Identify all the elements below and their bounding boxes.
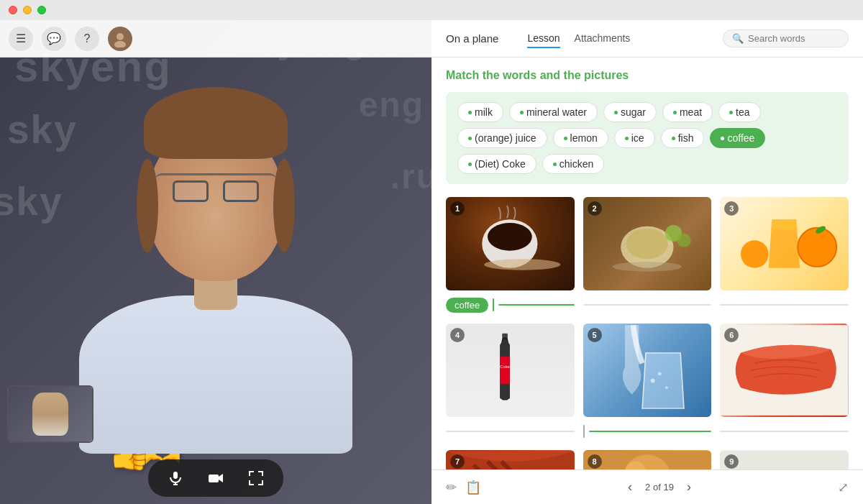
- word-tag-tea[interactable]: tea: [718, 102, 760, 122]
- answer-area-4: [446, 421, 575, 441]
- controls-bar: [148, 459, 283, 497]
- svg-point-22: [665, 386, 668, 389]
- lesson-content: Match the words and the pictures milk mi…: [432, 58, 863, 469]
- answer-area-2: [583, 295, 712, 315]
- maximize-button[interactable]: [37, 6, 46, 14]
- search-input[interactable]: [748, 33, 841, 44]
- image-number-4: 4: [450, 328, 465, 342]
- image-8: 8: [583, 450, 712, 469]
- image-number-8: 8: [588, 454, 602, 469]
- word-label: meat: [680, 106, 702, 118]
- word-label: mineral water: [526, 106, 587, 118]
- water-illustration: [583, 324, 712, 417]
- word-tag-fish[interactable]: fish: [661, 128, 705, 148]
- image-cell-5[interactable]: 5: [583, 324, 712, 441]
- word-dot: [625, 137, 629, 140]
- lesson-title: On a plane: [446, 32, 498, 45]
- right-panel: On a plane Lesson Attachments 🔍 Match th…: [432, 20, 863, 504]
- juice-illustration: [720, 197, 849, 290]
- word-dot: [614, 111, 618, 114]
- word-label: ice: [631, 132, 644, 144]
- image-number-7: 7: [450, 454, 465, 469]
- word-tag-coffee[interactable]: coffee: [710, 128, 765, 148]
- answer-line-empty-2: [583, 304, 712, 306]
- help-button[interactable]: ?: [75, 27, 99, 51]
- image-number-5: 5: [588, 328, 602, 342]
- self-view: [7, 385, 93, 443]
- image-cell-2[interactable]: 2: [583, 197, 712, 315]
- word-dot: [553, 162, 557, 166]
- chat-button[interactable]: 💬: [42, 27, 66, 51]
- note-button[interactable]: 📋: [465, 480, 481, 495]
- coffee-illustration: [446, 197, 575, 290]
- pencil-button[interactable]: ✏: [446, 480, 457, 495]
- svg-rect-33: [720, 451, 849, 469]
- minimize-button[interactable]: [23, 6, 32, 14]
- word-tag-milk[interactable]: milk: [457, 102, 503, 122]
- pagination: ‹ 2 of 19 ›: [622, 477, 697, 498]
- answer-line-1: [498, 304, 574, 306]
- svg-point-0: [117, 33, 124, 40]
- image-4: 4 Coke: [446, 324, 575, 417]
- prev-page-button[interactable]: ‹: [622, 477, 638, 498]
- svg-rect-5: [209, 475, 219, 482]
- answer-line-empty-6: [720, 431, 849, 432]
- image-cell-1[interactable]: 1 coffee: [446, 197, 575, 315]
- image-5: 5: [583, 324, 712, 417]
- image-cell-9[interactable]: 9: [720, 450, 849, 469]
- image-cell-4[interactable]: 4 Coke: [446, 324, 575, 441]
- right-panel-header: On a plane Lesson Attachments 🔍: [432, 20, 863, 58]
- close-button[interactable]: [9, 6, 17, 14]
- tab-attachments[interactable]: Attachments: [575, 29, 631, 48]
- svg-point-10: [626, 229, 668, 259]
- image-grid: 1 coffee: [446, 197, 849, 469]
- image-9: 9: [720, 450, 849, 469]
- tab-lesson[interactable]: Lesson: [527, 29, 560, 48]
- menu-button[interactable]: ☰: [9, 27, 33, 51]
- svg-rect-18: [500, 357, 510, 385]
- word-label: lemon: [570, 132, 598, 144]
- answer-line-empty-5: [589, 431, 712, 432]
- svg-point-8: [484, 259, 560, 270]
- svg-rect-20: [502, 334, 508, 338]
- answer-area-3: [720, 295, 849, 315]
- word-dot: [729, 111, 733, 114]
- word-tag-orange-juice[interactable]: (orange) juice: [457, 128, 547, 148]
- word-tag-lemon[interactable]: lemon: [553, 128, 608, 148]
- image-cell-6[interactable]: 6: [720, 324, 849, 441]
- word-tag-sugar[interactable]: sugar: [603, 102, 657, 122]
- svg-point-1: [114, 41, 126, 47]
- microphone-button[interactable]: [163, 465, 188, 491]
- word-tag-meat[interactable]: meat: [662, 102, 713, 122]
- image-cell-3[interactable]: 3: [720, 197, 849, 315]
- svg-rect-2: [173, 472, 178, 479]
- svg-point-12: [677, 234, 690, 247]
- camera-button[interactable]: [203, 465, 229, 491]
- answer-tag-1: coffee: [446, 298, 488, 313]
- coke-illustration: Coke: [446, 324, 575, 417]
- avatar[interactable]: [108, 27, 132, 51]
- cursor-1: [493, 298, 494, 311]
- expand-button[interactable]: [243, 465, 269, 491]
- image-number-1: 1: [450, 201, 465, 216]
- word-tag-chicken[interactable]: chicken: [542, 154, 604, 174]
- image-cell-8[interactable]: 8: [583, 450, 712, 469]
- food9-illustration: [720, 450, 849, 469]
- svg-point-7: [488, 223, 532, 251]
- word-tag-ice[interactable]: ice: [614, 128, 655, 148]
- title-bar: [0, 0, 863, 20]
- image-3: 3: [720, 197, 849, 290]
- word-tag-mineral-water[interactable]: mineral water: [509, 102, 598, 122]
- image-cell-7[interactable]: 7: [446, 450, 575, 469]
- expand-panel-button[interactable]: ⤢: [838, 480, 849, 495]
- word-dot: [520, 111, 524, 114]
- word-dot: [673, 111, 677, 114]
- svg-point-16: [741, 240, 769, 268]
- food7-illustration: [446, 450, 575, 469]
- next-page-button[interactable]: ›: [681, 477, 697, 498]
- answer-area-1: coffee: [446, 295, 575, 315]
- page-indicator: 2 of 19: [645, 482, 674, 492]
- image-6: 6: [720, 324, 849, 417]
- word-tag-diet-coke[interactable]: (Diet) Coke: [457, 154, 536, 174]
- instruction-text: Match the words and the pictures: [446, 69, 849, 82]
